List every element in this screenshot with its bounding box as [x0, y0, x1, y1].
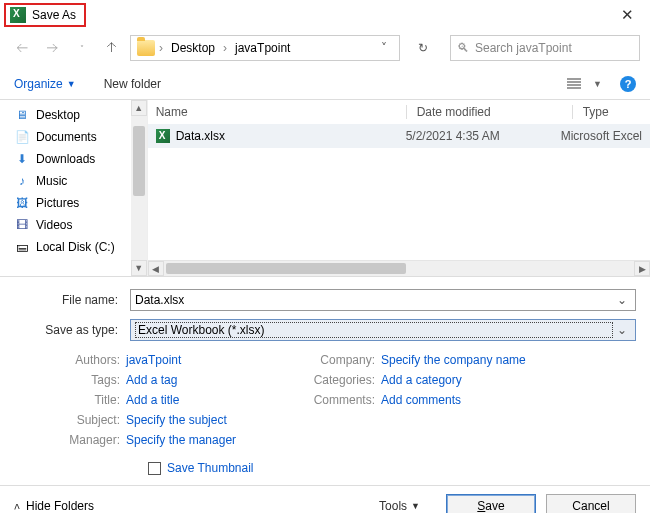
chevron-down-icon[interactable]: ⌄	[613, 293, 631, 307]
close-icon[interactable]: ✕	[609, 2, 646, 28]
view-options-icon[interactable]	[567, 78, 581, 90]
file-date: 5/2/2021 4:35 AM	[406, 129, 561, 143]
save-thumbnail-row[interactable]: Save Thumbnail	[0, 451, 650, 485]
chevron-down-icon[interactable]: ▼	[593, 79, 602, 89]
col-type[interactable]: Type	[583, 105, 642, 119]
tags-field[interactable]: Add a tag	[126, 373, 301, 387]
categories-field[interactable]: Add a category	[381, 373, 636, 387]
tree-downloads[interactable]: ⬇Downloads	[14, 148, 147, 170]
search-placeholder: Search javaTpoint	[475, 41, 572, 55]
tree-desktop[interactable]: 🖥Desktop	[14, 104, 147, 126]
savetype-value: Excel Workbook (*.xlsx)	[135, 322, 613, 338]
document-icon: 📄	[14, 130, 30, 144]
title-group: Save As	[4, 3, 86, 27]
folder-tree[interactable]: 🖥Desktop 📄Documents ⬇Downloads ♪Music 🖼P…	[0, 100, 148, 276]
filename-value: Data.xlsx	[135, 293, 184, 307]
authors-field[interactable]: javaTpoint	[126, 353, 301, 367]
tree-scrollbar[interactable]: ▲ ▼	[131, 100, 147, 276]
tree-localdisk[interactable]: 🖴Local Disk (C:)	[14, 236, 147, 258]
col-date[interactable]: Date modified	[417, 105, 572, 119]
chevron-down-icon: ▼	[411, 501, 420, 511]
chevron-down-icon[interactable]: ⌄	[613, 323, 631, 337]
filename-input[interactable]: Data.xlsx ⌄	[130, 289, 636, 311]
tree-videos[interactable]: 🎞Videos	[14, 214, 147, 236]
window-title: Save As	[32, 8, 76, 22]
chevron-right-icon[interactable]: ›	[223, 41, 227, 55]
chevron-down-icon[interactable]: ˅	[375, 41, 393, 55]
refresh-button[interactable]: ↻	[410, 35, 436, 61]
tree-documents[interactable]: 📄Documents	[14, 126, 147, 148]
desktop-icon: 🖥	[14, 108, 30, 122]
excel-icon	[10, 7, 26, 23]
file-name: Data.xlsx	[176, 129, 225, 143]
scroll-right-button[interactable]: ▶	[634, 261, 650, 276]
save-thumbnail-label: Save Thumbnail	[167, 461, 254, 475]
metadata: Authors: Tags: Title: Subject: Manager: …	[0, 349, 650, 451]
tree-pictures[interactable]: 🖼Pictures	[14, 192, 147, 214]
history-dropdown-icon[interactable]: ˅	[70, 36, 94, 60]
pictures-icon: 🖼	[14, 196, 30, 210]
scrollbar-thumb[interactable]	[133, 126, 145, 196]
footer: ʌ Hide Folders Tools ▼ Save Cancel	[0, 485, 650, 513]
download-icon: ⬇	[14, 152, 30, 166]
drive-icon: 🖴	[14, 240, 30, 254]
scroll-up-button[interactable]: ▲	[131, 100, 147, 116]
filename-label: File name:	[14, 293, 124, 307]
toolbar: Organize ▼ New folder ▼ ?	[0, 68, 650, 100]
save-button[interactable]: Save	[446, 494, 536, 514]
chevron-down-icon: ▼	[67, 79, 76, 89]
savetype-select[interactable]: Excel Workbook (*.xlsx) ⌄	[130, 319, 636, 341]
title-bar: Save As ✕	[0, 0, 650, 30]
up-button[interactable]: 🡡	[100, 36, 124, 60]
subject-field[interactable]: Specify the subject	[126, 413, 301, 427]
search-icon: 🔍︎	[457, 41, 469, 55]
company-field[interactable]: Specify the company name	[381, 353, 636, 367]
savetype-label: Save as type:	[14, 323, 124, 337]
excel-file-icon	[156, 129, 170, 143]
cancel-button[interactable]: Cancel	[546, 494, 636, 514]
help-icon[interactable]: ?	[620, 76, 636, 92]
tools-dropdown[interactable]: Tools ▼	[379, 499, 420, 513]
save-thumbnail-checkbox[interactable]	[148, 462, 161, 475]
organize-button[interactable]: Organize ▼	[14, 77, 76, 91]
forward-button: 🡢	[40, 36, 64, 60]
title-field[interactable]: Add a title	[126, 393, 301, 407]
column-headers: Name Date modified Type	[148, 100, 650, 124]
caret-up-icon[interactable]: ʌ	[14, 500, 20, 511]
col-name[interactable]: Name	[156, 105, 406, 119]
scrollbar-thumb[interactable]	[166, 263, 406, 274]
back-button[interactable]: 🡠	[10, 36, 34, 60]
music-icon: ♪	[14, 174, 30, 188]
file-row[interactable]: Data.xlsx 5/2/2021 4:35 AM Microsoft Exc…	[148, 124, 650, 148]
breadcrumb[interactable]: › Desktop › javaTpoint ˅	[130, 35, 400, 61]
file-type: Microsoft Excel	[561, 129, 642, 143]
horizontal-scrollbar[interactable]: ◀ ▶	[148, 260, 650, 276]
videos-icon: 🎞	[14, 218, 30, 232]
comments-field[interactable]: Add comments	[381, 393, 636, 407]
scroll-down-button[interactable]: ▼	[131, 260, 147, 276]
nav-row: 🡠 🡢 ˅ 🡡 › Desktop › javaTpoint ˅ ↻ 🔍︎ Se…	[0, 30, 650, 66]
chevron-right-icon[interactable]: ›	[159, 41, 163, 55]
new-folder-button[interactable]: New folder	[104, 77, 161, 91]
scroll-left-button[interactable]: ◀	[148, 261, 164, 276]
tree-music[interactable]: ♪Music	[14, 170, 147, 192]
breadcrumb-desktop[interactable]: Desktop	[167, 41, 219, 55]
breadcrumb-current[interactable]: javaTpoint	[231, 41, 294, 55]
folder-icon	[137, 40, 155, 56]
search-input[interactable]: 🔍︎ Search javaTpoint	[450, 35, 640, 61]
file-list: Name Date modified Type Data.xlsx 5/2/20…	[148, 100, 650, 276]
manager-field[interactable]: Specify the manager	[126, 433, 301, 447]
hide-folders-button[interactable]: Hide Folders	[26, 499, 94, 513]
